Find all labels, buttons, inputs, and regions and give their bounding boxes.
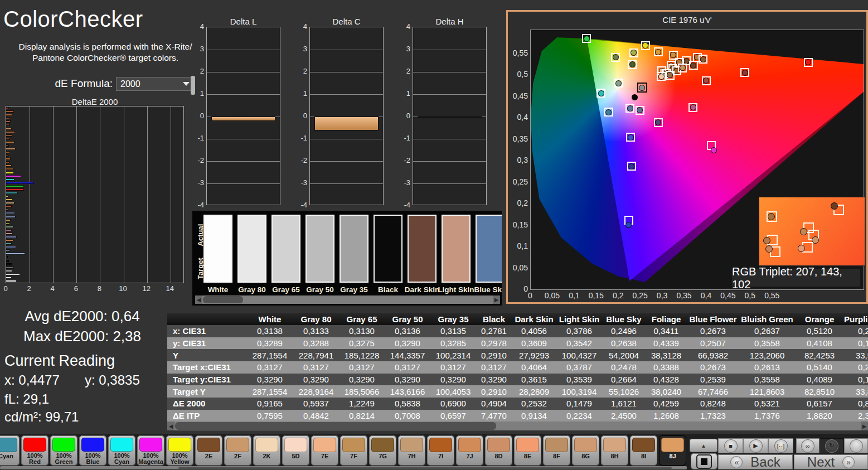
table-cell: 0,2613 [739,362,795,372]
pattern-button-8d[interactable]: 8D [485,435,512,466]
pattern-color-chip [110,438,133,452]
pattern-window-icon [696,454,712,469]
measured-point [690,104,696,110]
measured-point [629,61,636,67]
table-cell: 0,3609 [512,338,556,348]
measured-point [700,56,706,62]
max-de2000: Max dE2000: 2,38 [0,328,164,345]
pattern-scrollbar[interactable] [0,466,687,469]
refresh-button[interactable]: ↻ [819,438,844,453]
pattern-button-label: 8H [610,453,618,460]
table-cell: 0,2673 [687,326,739,336]
deltae-bar [6,107,9,109]
pattern-button-100-green[interactable]: 100% Green [50,435,77,466]
pattern-button-7f[interactable]: 7F [340,435,367,466]
refresh-icon: ↻ [825,439,838,453]
deltae-bar [6,202,14,204]
pattern-button-7i[interactable]: 7I [427,435,454,466]
y-tick-label: -4 [295,201,307,209]
deltae-bar [6,161,9,163]
deltae-bar [6,243,12,245]
table-scrollbar[interactable]: ◀ ▶ [167,421,868,430]
deltae-bar [6,144,9,147]
pattern-button-100-cyan[interactable]: 100% Cyan [108,435,135,466]
cie-x-tick: 0,45 [718,291,738,300]
pattern-button-label: Cyan [0,453,13,460]
bracket-dots-button[interactable]: [··] [768,438,793,453]
measured-point [627,105,633,112]
pattern-button-100-blue[interactable]: 100% Blue [79,435,106,466]
y-tick-label: -3 [295,178,307,187]
de-formula-dropdown[interactable]: 2000 [116,77,192,91]
pattern-color-chip [139,438,162,452]
pattern-button-8h[interactable]: 8H [601,435,628,466]
pattern-button-cyan[interactable]: Cyan [0,435,20,466]
table-cell: 144,3357 [385,351,430,360]
gridline [76,106,77,283]
pattern-button-8i[interactable]: 8I [630,435,657,466]
pattern-button-7e[interactable]: 7E [311,435,338,466]
column-header: Black [476,314,512,324]
x-tick-label: 4 [47,284,58,293]
collapse-up-button[interactable]: ▲ [690,439,717,452]
pattern-button-7j[interactable]: 7J [456,435,483,466]
cie-y-tick: 0,15 [509,220,528,229]
cie-x-tick: 0,2 [608,291,628,300]
table-cell: 1,6121 [602,399,646,408]
scroll-left-icon[interactable]: ◀ [195,295,202,304]
blank-button[interactable] [844,438,868,453]
play-icon: ▶ [749,439,763,453]
scroll-right-icon[interactable]: ▶ [493,295,500,304]
play-button[interactable]: ▶ [743,438,768,453]
table-cell: 0,3411 [646,326,687,336]
pattern-button-100-yellow[interactable]: 100% Yellow [166,435,193,466]
blank-icon [850,439,863,453]
table-cell: 0,2478 [602,362,646,372]
table-cell: 0,2978 [476,338,512,348]
pattern-button-7h[interactable]: 7H [398,435,425,466]
table-cell: 38,0240 [646,387,687,396]
deltae-bar [6,229,12,231]
pattern-button-2e[interactable]: 2E [195,435,222,466]
gridline [207,139,280,139]
deltae-bar [6,141,14,143]
cie-x-tick: 0,25 [630,291,650,300]
table-scroll-right-icon[interactable]: ▶ [861,421,868,430]
table-scroll-thumb[interactable] [175,422,496,430]
table-cell: 0,2781 [476,326,512,336]
pattern-button-8j[interactable]: 8J [659,435,686,466]
table-cell: 0,6157 [795,399,844,408]
table-cell: 0,2146 [844,326,868,336]
pattern-button-2f[interactable]: 2F [224,435,251,466]
pattern-button-8e[interactable]: 8E [514,435,541,466]
stop-button[interactable]: ■ [718,438,743,453]
pattern-scroll-thumb[interactable] [178,467,672,469]
pattern-button-5d[interactable]: 5D [282,435,309,466]
deltae-bar [6,246,16,248]
pattern-button-2k[interactable]: 2K [253,435,280,466]
table-cell: 0,3290 [476,375,512,384]
cie-y-tick: 0,4 [509,113,528,122]
pattern-button-8f[interactable]: 8F [543,435,570,466]
pattern-button-8g[interactable]: 8G [572,435,599,466]
back-button[interactable]: « Back [718,454,793,469]
table-cell: 0,4089 [795,375,844,384]
y-tick-label: -4 [192,201,204,209]
table-row: ΔE ITP0,75950,48420,82140,70080,65977,47… [167,410,868,422]
pattern-button-100-red[interactable]: 100% Red [21,435,49,466]
table-scroll-left-icon[interactable]: ◀ [167,421,174,430]
infinity-button[interactable]: ∞ [796,438,819,453]
pattern-button-label: 8J [669,453,676,460]
window-pattern-button[interactable] [691,453,717,469]
pattern-button-100-magenta[interactable]: 100% Magenta [137,435,164,466]
pattern-button-label: 8D [494,453,502,460]
pattern-button-label: 7E [321,453,328,460]
pattern-button-7g[interactable]: 7G [369,435,396,466]
y-tick-label: -1 [192,134,204,142]
next-button[interactable]: Next » [794,454,868,469]
delta-chart-title: Delta H [413,17,487,26]
cie-y-tick: 0,25 [509,177,528,186]
patch-strip-scrollbar[interactable]: ◀ ▶ [195,295,500,304]
patch-scroll-thumb[interactable] [203,296,243,303]
column-header: Blue Flower [687,314,739,324]
